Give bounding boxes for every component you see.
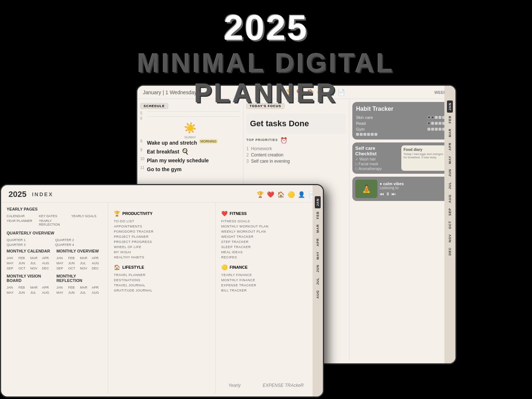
side-tab-may[interactable]: MAY: [447, 153, 453, 166]
link-q3[interactable]: QUARTER 3: [7, 243, 54, 247]
idx-tab-feb[interactable]: FEB: [315, 209, 321, 221]
link-gratitude[interactable]: GRATITUDE JOURNAL: [114, 289, 209, 292]
side-tab-apr[interactable]: APR: [447, 140, 453, 153]
link-pomodoro[interactable]: POMODORO TRACKER: [114, 230, 209, 233]
link-year-planner[interactable]: YEAR PLANNER: [7, 219, 38, 226]
mr-jan[interactable]: JAN: [56, 286, 67, 289]
idx-tab-aug[interactable]: AUG: [315, 288, 321, 301]
side-tab-dec[interactable]: DEC: [447, 245, 453, 258]
mr-jul[interactable]: JUL: [80, 291, 91, 294]
mvb-aug[interactable]: AUG: [42, 291, 53, 294]
link-travel-journal[interactable]: TRAVEL JOURNAL: [114, 283, 209, 287]
movr-apr[interactable]: APR: [92, 256, 102, 260]
mcal-jun[interactable]: JUN: [18, 261, 29, 265]
mvb-jun[interactable]: JUN: [18, 291, 29, 294]
mvb-may[interactable]: MAY: [7, 291, 17, 294]
mcal-jan[interactable]: JAN: [7, 256, 17, 260]
side-tab-sep[interactable]: SEP: [447, 206, 453, 218]
pause-btn[interactable]: ⏸: [385, 191, 390, 197]
link-key-dates[interactable]: KEY DATES: [39, 214, 70, 218]
link-meal[interactable]: MEAL IDEAS: [221, 250, 317, 254]
link-yearly-finance[interactable]: YEARLY FINANCE: [221, 273, 317, 277]
link-weight[interactable]: WEIGHT TRACKER: [221, 235, 317, 239]
link-destinations[interactable]: DESTINATIONS: [114, 278, 209, 282]
mr-jun[interactable]: JUN: [68, 291, 79, 294]
movr-feb[interactable]: FEB: [68, 256, 79, 260]
idx-tab-mar[interactable]: MAR: [315, 222, 321, 235]
movr-may[interactable]: MAY: [56, 261, 67, 265]
idx-tab-jun[interactable]: JUN: [315, 262, 321, 275]
link-project-progress[interactable]: PROJECT PROGRESS: [114, 240, 209, 244]
link-travel-planner[interactable]: TRAVEL PLANNER: [114, 273, 209, 277]
link-project-planner[interactable]: PROJECT PLANNER: [114, 235, 209, 239]
mvb-feb[interactable]: FEB: [18, 286, 29, 289]
mcal-nov[interactable]: NOV: [30, 266, 41, 270]
mvb-mar[interactable]: MAR: [30, 286, 41, 289]
weather-icon: ☀️: [140, 122, 240, 134]
link-q1[interactable]: QUARTER 1: [7, 238, 54, 242]
prev-btn[interactable]: ⏮: [380, 191, 384, 197]
idx-tab-apr[interactable]: APR: [315, 236, 321, 248]
mcal-aug[interactable]: AUG: [42, 261, 53, 265]
mr-feb[interactable]: FEB: [68, 286, 79, 289]
mr-may[interactable]: MAY: [56, 291, 67, 294]
side-tab-jun[interactable]: JUN: [447, 167, 453, 179]
mcal-oct[interactable]: OCT: [18, 266, 29, 270]
link-recipes[interactable]: RECIPES: [221, 255, 317, 259]
link-wheel[interactable]: WHEEL OF LIFE: [114, 245, 209, 249]
side-tab-mar[interactable]: MAR: [447, 126, 453, 140]
idx-tab-jan[interactable]: JAN: [315, 196, 321, 208]
movr-sep[interactable]: SEP: [56, 266, 67, 270]
link-habits[interactable]: HEALTHY HABITS: [114, 255, 209, 259]
side-tab-aug[interactable]: AUG: [447, 192, 453, 205]
next-btn[interactable]: ⏭: [391, 191, 396, 197]
link-ikigai[interactable]: MY IKIGAI: [114, 250, 209, 254]
mr-mar[interactable]: MAR: [80, 286, 91, 289]
link-q4[interactable]: QUARTER 4: [55, 243, 103, 247]
movr-oct[interactable]: OCT: [68, 266, 79, 270]
link-appointments[interactable]: APPOINTMENTS: [114, 225, 209, 228]
link-yearly-goals[interactable]: YEARLY GOALS: [71, 214, 103, 218]
link-todo[interactable]: TO-DO LIST: [114, 219, 209, 223]
link-weekly-workout[interactable]: WEEKLY WORKOUT PLAN: [221, 230, 317, 233]
movr-jan[interactable]: JAN: [56, 256, 67, 260]
link-q2[interactable]: QUARTER 2: [55, 238, 103, 242]
mr-aug[interactable]: AUG: [92, 291, 102, 294]
side-tab-jan[interactable]: JAN: [447, 100, 453, 113]
link-monthly-workout[interactable]: MONTHLY WORKOUT PLAN: [221, 225, 317, 228]
movr-dec[interactable]: DEC: [92, 266, 102, 270]
finance-header: 🟡 FINANCE: [221, 264, 317, 270]
mcal-feb[interactable]: FEB: [18, 256, 29, 260]
movr-aug[interactable]: AUG: [92, 261, 102, 265]
task-2: Eat breakfast: [147, 148, 179, 156]
mcal-apr[interactable]: APR: [42, 256, 53, 260]
link-monthly-finance[interactable]: MONTHLY FINANCE: [221, 278, 317, 282]
mcal-jul[interactable]: JUL: [30, 261, 41, 265]
mvb-apr[interactable]: APR: [42, 286, 53, 289]
link-calendar[interactable]: CALENDAR: [7, 214, 38, 218]
idx-tab-may[interactable]: MAY: [315, 249, 321, 262]
mcal-dec[interactable]: DEC: [42, 266, 53, 270]
link-fitness-goals[interactable]: FITNESS GOALS: [221, 219, 317, 223]
mcal-sep[interactable]: SEP: [7, 266, 17, 270]
movr-nov[interactable]: NOV: [80, 266, 91, 270]
mcal-may[interactable]: MAY: [7, 261, 17, 265]
side-tab-nov[interactable]: NOV: [447, 232, 453, 245]
movr-jul[interactable]: JUL: [80, 261, 91, 265]
mvb-jan[interactable]: JAN: [7, 286, 17, 289]
side-tab-jul[interactable]: JUL: [447, 180, 453, 191]
movr-mar[interactable]: MAR: [80, 256, 91, 260]
mcal-mar[interactable]: MAR: [30, 256, 41, 260]
link-step[interactable]: STEP TRACKER: [221, 240, 317, 244]
index-body: YEARLY PAGES CALENDAR KEY DATES YEARLY G…: [1, 202, 323, 393]
side-tab-feb[interactable]: FEB: [447, 113, 453, 126]
idx-tab-jul[interactable]: JUL: [315, 275, 321, 287]
movr-jun[interactable]: JUN: [68, 261, 79, 265]
mvb-jul[interactable]: JUL: [30, 291, 41, 294]
link-bill-tracker[interactable]: BILL TRACKER: [221, 289, 317, 292]
link-yearly-reflection[interactable]: YEARLY REFLECTION: [39, 219, 70, 226]
side-tab-oct[interactable]: OCT: [447, 219, 453, 231]
mr-apr[interactable]: APR: [92, 286, 102, 289]
link-expense-tracker[interactable]: EXPENSE TRACKER: [221, 283, 317, 287]
link-sleep[interactable]: SLEEP TRACKER: [221, 245, 317, 249]
